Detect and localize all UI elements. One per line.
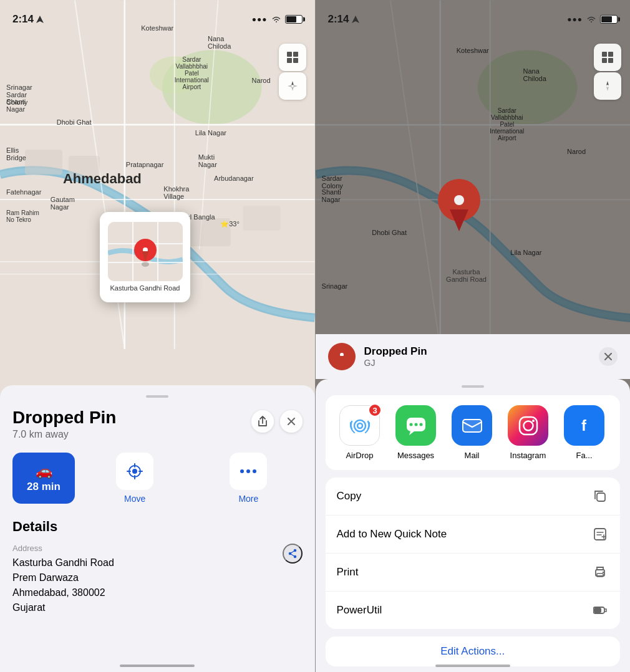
svg-marker-58 (450, 209, 468, 231)
share-apps-row: 3 AirDrop Messages (326, 395, 621, 470)
share-app-instagram[interactable]: Instagram (500, 405, 556, 460)
close-button[interactable] (280, 410, 303, 433)
svg-point-31 (142, 262, 149, 267)
map-type-button[interactable] (279, 44, 306, 71)
airdrop-label: AirDrop (346, 451, 373, 460)
drive-icon: 🚗 (36, 463, 52, 479)
svg-rect-11 (25, 150, 62, 175)
powerutil-label: PowerUtil (337, 604, 382, 617)
svg-marker-22 (288, 85, 292, 87)
mail-label: Mail (465, 451, 480, 460)
right-wifi-icon (586, 16, 596, 23)
route-button[interactable]: 🚗 28 min (12, 453, 75, 504)
sheet-title-block: Dropped Pin 7.0 km away (12, 408, 116, 440)
address-line1: Kasturba Gandhi Road (12, 557, 114, 568)
right-map-pin (437, 178, 481, 237)
address-row: Address Kasturba Gandhi Road Prem Darwaz… (12, 544, 303, 615)
airdrop-icon-wrap: 3 (339, 405, 380, 446)
quick-note-label: Add to New Quick Note (337, 528, 447, 540)
svg-line-48 (290, 554, 295, 557)
share-action-print[interactable]: Print (326, 554, 621, 592)
share-app-mail[interactable]: Mail (444, 405, 500, 460)
move-action[interactable]: Move (81, 453, 188, 504)
share-action-powerutil[interactable]: PowerUtil (326, 592, 621, 629)
print-label: Print (337, 566, 359, 578)
right-compass-icon (601, 80, 614, 92)
share-app-facebook[interactable]: f Fa... (556, 405, 613, 460)
quick-note-svg-icon (593, 527, 607, 541)
svg-rect-16 (287, 52, 292, 57)
right-map-controls (594, 44, 621, 100)
instagram-label: Instagram (510, 451, 546, 460)
home-bar-left (120, 665, 195, 667)
svg-rect-12 (69, 156, 100, 178)
facebook-icon-wrap: f (564, 405, 604, 446)
svg-marker-23 (293, 85, 298, 87)
move-icon-wrap (116, 453, 153, 490)
svg-rect-63 (608, 58, 613, 63)
messages-label: Messages (397, 451, 434, 460)
pin-close-icon (604, 353, 612, 360)
move-label: Move (124, 494, 145, 504)
svg-point-72 (357, 423, 362, 428)
pin-name: Dropped Pin (364, 345, 427, 358)
more-icon (240, 468, 256, 474)
airdrop-icon (348, 414, 372, 438)
right-signal-icon: ●●● (567, 15, 583, 24)
svg-marker-20 (291, 81, 294, 85)
signal-dots-icon: ●●● (252, 15, 268, 24)
svg-rect-61 (608, 52, 613, 57)
more-action[interactable]: More (195, 453, 302, 504)
more-icon-wrap (230, 453, 267, 490)
share-action-quick-note[interactable]: Add to New Quick Note (326, 516, 621, 554)
address-share-button[interactable] (283, 544, 303, 564)
svg-point-76 (414, 423, 417, 426)
share-app-messages[interactable]: Messages (388, 405, 444, 460)
copy-icon (591, 487, 609, 505)
svg-point-42 (246, 469, 250, 473)
share-action-copy[interactable]: Copy (326, 478, 621, 516)
route-time: 28 min (27, 481, 61, 493)
svg-text:f: f (581, 417, 587, 434)
status-time-left: 2:14 (12, 13, 44, 26)
location-arrow-icon (36, 16, 44, 23)
details-heading: Details (12, 519, 303, 535)
svg-rect-14 (243, 206, 281, 231)
pin-card-map (108, 222, 183, 281)
share-button[interactable] (251, 410, 274, 433)
right-map-type-button[interactable] (594, 44, 621, 71)
more-label: More (238, 494, 258, 504)
svg-marker-21 (291, 87, 294, 91)
svg-point-82 (532, 420, 535, 422)
airdrop-badge: 3 (368, 403, 382, 417)
edit-actions-label: Edit Actions... (440, 645, 505, 657)
bottom-sheet-left: Dropped Pin 7.0 km away (0, 385, 315, 672)
svg-point-92 (603, 572, 604, 573)
status-icons-right: ●●● (567, 15, 618, 24)
svg-rect-78 (463, 420, 482, 432)
pin-info-text: Dropped Pin GJ (364, 345, 427, 368)
svg-point-43 (253, 469, 256, 473)
copy-label: Copy (337, 490, 362, 502)
svg-marker-74 (409, 431, 414, 435)
share-sheet-handle (462, 385, 484, 388)
share-sheet: 3 AirDrop Messages (316, 379, 631, 672)
address-line4: Gujarat (12, 602, 45, 613)
location-button[interactable] (279, 72, 306, 100)
right-map-kasturba-label: KasturbaGandhi Road (442, 268, 492, 283)
svg-point-57 (454, 195, 464, 205)
svg-rect-60 (602, 52, 607, 57)
pin-card-popup: Kasturba Gandhi Road (100, 212, 190, 302)
pin-avatar-icon (335, 350, 349, 363)
pin-info-close-button[interactable] (599, 347, 618, 366)
svg-rect-84 (597, 493, 605, 501)
sheet-handle (146, 395, 168, 398)
sheet-subtitle: 7.0 km away (12, 429, 116, 440)
share-app-airdrop[interactable]: 3 AirDrop (332, 405, 388, 460)
instagram-icon (516, 414, 540, 438)
move-icon (127, 463, 143, 479)
status-bar-left: 2:14 ●●● (0, 0, 315, 31)
right-location-button[interactable] (594, 72, 621, 100)
compass-icon (286, 80, 299, 92)
edit-actions-button[interactable]: Edit Actions... (326, 636, 621, 666)
